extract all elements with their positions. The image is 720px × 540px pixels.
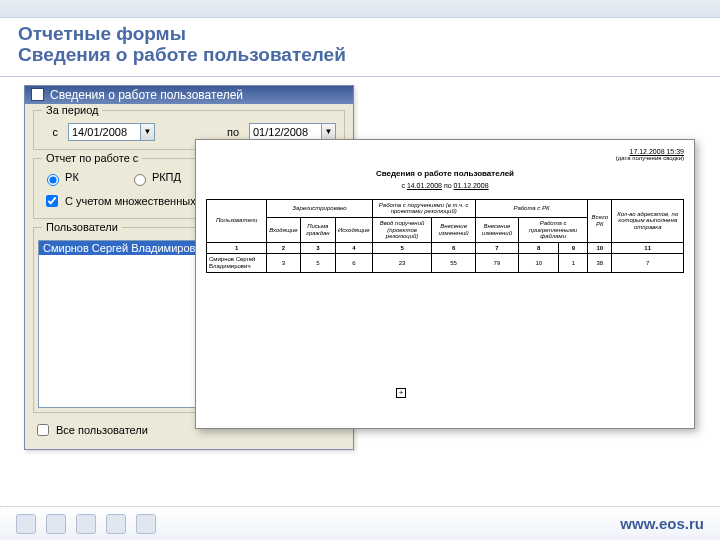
- date-from-wrapper: ▼: [68, 123, 155, 141]
- cell-c9: 1: [559, 254, 588, 272]
- multi-check[interactable]: [46, 195, 58, 207]
- date-from-dropdown[interactable]: ▼: [140, 123, 155, 141]
- app-icon: [31, 88, 44, 101]
- dialog-titlebar[interactable]: Сведения о работе пользователей: [25, 86, 353, 104]
- cell-c8: 10: [519, 254, 559, 272]
- page-title: Отчетные формы Сведения о работе пользов…: [0, 18, 720, 77]
- radio-rk[interactable]: [47, 174, 59, 186]
- table-row: Смирнов Сергей Владимирович 3 5 6 23 55 …: [207, 254, 684, 272]
- cell-c3: 5: [300, 254, 335, 272]
- report-period: с 14.01.2008 по 01.12.2008: [206, 182, 684, 189]
- th-reg-incoming: Входящие: [267, 217, 300, 242]
- date-from-input[interactable]: [68, 123, 140, 141]
- th-rk-work: Работа с РК: [475, 199, 587, 217]
- radio-rkpd[interactable]: [134, 174, 146, 186]
- cell-c5: 23: [372, 254, 432, 272]
- stamp-note: (дата получения сводки): [206, 155, 684, 161]
- report-page: 17.12.2008 15:39 (дата получения сводки)…: [195, 139, 695, 429]
- cell-c7: 79: [475, 254, 518, 272]
- cell-c6: 55: [432, 254, 475, 272]
- th-users: Пользователи: [207, 199, 267, 242]
- radio-rkpd-text: РКПД: [152, 171, 181, 183]
- th-total-rk: Всего РК: [588, 199, 612, 242]
- th-files: Работа с прикрепленными файлами: [519, 217, 588, 242]
- page-title-line1: Отчетные формы: [18, 24, 702, 45]
- stage: Сведения о работе пользователей За перио…: [0, 77, 720, 507]
- cell-user: Смирнов Сергей Владимирович: [207, 254, 267, 272]
- footer-icon-3[interactable]: [76, 514, 96, 534]
- page-title-line2: Сведения о работе пользователей: [18, 45, 702, 66]
- th-registered: Зарегистрировано: [267, 199, 372, 217]
- footer-icon-4[interactable]: [106, 514, 126, 534]
- top-bar: [0, 0, 720, 18]
- stamp-datetime: 17.12.2008 15:39: [206, 148, 684, 155]
- th-reg-outgoing: Исходящие: [335, 217, 372, 242]
- table-num-row: 1234567891011: [207, 242, 684, 254]
- radio-rk-text: РК: [65, 171, 79, 183]
- radio-rkpd-label[interactable]: РКПД: [129, 171, 181, 186]
- th-assignments: Работа с поручениями (в т.ч. с проектами…: [372, 199, 475, 217]
- cell-c11: 7: [612, 254, 684, 272]
- th-recipients: Кол-во адресатов, по которым выполнена о…: [612, 199, 684, 242]
- cell-c2: 3: [267, 254, 300, 272]
- all-users-text: Все пользователи: [56, 424, 148, 436]
- to-label: по: [223, 126, 239, 138]
- th-reg-citizens: Письма граждан: [300, 217, 335, 242]
- radio-rk-label[interactable]: РК: [42, 171, 79, 186]
- cell-c10: 38: [588, 254, 612, 272]
- cell-c4: 6: [335, 254, 372, 272]
- footer-icon-2[interactable]: [46, 514, 66, 534]
- report-stamp: 17.12.2008 15:39 (дата получения сводки): [206, 148, 684, 161]
- th-assign-input: Ввод поручений (проектов резолюций): [372, 217, 432, 242]
- report-period-from: 14.01.2008: [407, 182, 442, 189]
- th-rk-edit: Внесение изменений: [475, 217, 518, 242]
- expand-toggle-icon[interactable]: +: [396, 388, 406, 398]
- from-label: с: [42, 126, 58, 138]
- footer-icon-5[interactable]: [136, 514, 156, 534]
- users-legend: Пользователи: [42, 221, 122, 233]
- report-title: Сведения о работе пользователей: [206, 169, 684, 178]
- report-period-to: 01.12.2008: [454, 182, 489, 189]
- dialog-title: Сведения о работе пользователей: [50, 88, 243, 102]
- footer-icons: [16, 514, 156, 534]
- all-users-check[interactable]: [37, 424, 49, 436]
- report-table: Пользователи Зарегистрировано Работа с п…: [206, 199, 684, 273]
- period-legend: За период: [42, 104, 102, 116]
- footer-url: www.eos.ru: [620, 515, 704, 532]
- th-assign-edit: Внесение изменений: [432, 217, 475, 242]
- footer: www.eos.ru: [0, 506, 720, 540]
- footer-icon-1[interactable]: [16, 514, 36, 534]
- report-legend: Отчет по работе с: [42, 152, 142, 164]
